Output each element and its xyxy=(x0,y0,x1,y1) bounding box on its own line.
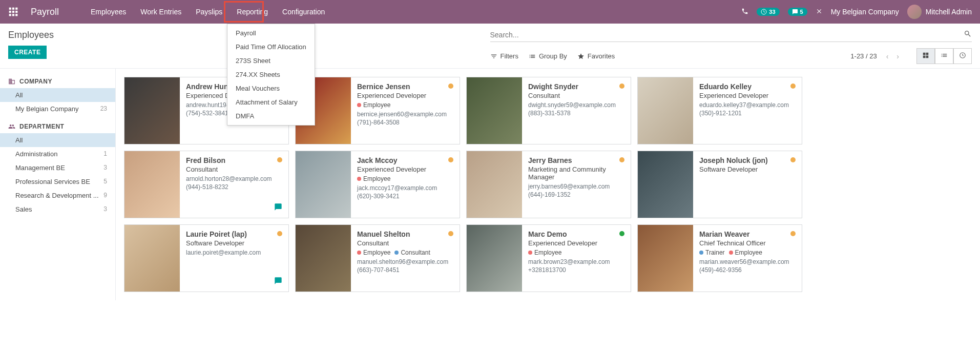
employee-phone: (663)-707-8451 xyxy=(357,266,453,274)
status-indicator[interactable] xyxy=(619,231,624,236)
employee-phone: (791)-864-3508 xyxy=(357,119,453,126)
user-menu[interactable]: Mitchell Admin xyxy=(907,5,972,19)
nav-payslips[interactable]: Payslips xyxy=(189,1,230,23)
nav-work-entries[interactable]: Work Entries xyxy=(133,1,189,23)
employee-card[interactable]: Marc DemoExperienced DeveloperEmployeema… xyxy=(466,224,631,292)
filters-button[interactable]: Filters xyxy=(490,52,518,60)
sidebar-department-management-be[interactable]: Management BE3 xyxy=(0,161,115,175)
nav-employees[interactable]: Employees xyxy=(84,1,133,23)
dropdown-meal-vouchers[interactable]: Meal Vouchers xyxy=(227,81,315,95)
pager-next[interactable]: › xyxy=(893,50,902,63)
sidebar-department-all[interactable]: All xyxy=(0,133,115,147)
dropdown-paid-time-off-allocation[interactable]: Paid Time Off Allocation xyxy=(227,40,315,54)
activity-view-button[interactable] xyxy=(953,48,972,64)
employee-email: mark.brown23@example.com xyxy=(528,258,624,265)
dropdown-dmfa[interactable]: DMFA xyxy=(227,109,315,123)
groupby-button[interactable]: Group By xyxy=(529,52,567,60)
dropdown-attachment-of-salary[interactable]: Attachment of Salary xyxy=(227,95,315,109)
employee-name: Fred Bilson xyxy=(186,156,282,164)
app-brand[interactable]: Payroll xyxy=(31,7,59,17)
messages-count: 5 xyxy=(800,9,803,15)
employee-title: Consultant xyxy=(186,165,282,173)
employee-card[interactable]: Fred BilsonConsultantarnold.horton28@exa… xyxy=(124,151,289,218)
svg-rect-0 xyxy=(9,8,11,10)
chat-icon[interactable] xyxy=(274,277,282,286)
pager-text: 1-23 / 23 xyxy=(850,52,877,60)
dropdown-273s-sheet[interactable]: 273S Sheet xyxy=(227,54,315,68)
navbar-right: 33 5 My Belgian Company Mitchell Admin xyxy=(741,5,972,19)
status-indicator[interactable] xyxy=(277,157,282,162)
svg-rect-1 xyxy=(12,8,14,10)
employee-title: Consultant xyxy=(528,92,624,99)
employee-tag: Employee xyxy=(357,249,390,256)
search-input[interactable] xyxy=(490,31,964,39)
status-indicator[interactable] xyxy=(790,231,796,236)
dropdown-274-xx-sheets[interactable]: 274.XX Sheets xyxy=(227,68,315,81)
employee-email: laurie.poiret@example.com xyxy=(186,249,282,256)
messages-badge[interactable]: 5 xyxy=(788,8,807,16)
employee-phone: (620)-309-3421 xyxy=(357,193,453,200)
employee-email: jack.mccoy17@example.com xyxy=(357,184,453,192)
sidebar-department-professional-services-be[interactable]: Professional Services BE5 xyxy=(0,175,115,189)
employee-email: arnold.horton28@example.com xyxy=(186,175,282,182)
employee-name: Manuel Shelton xyxy=(357,230,453,238)
dropdown-payroll[interactable]: Payroll xyxy=(227,26,315,40)
employee-title: Software Developer xyxy=(186,239,282,247)
employee-card[interactable]: Marian WeaverChief Technical OfficerTrai… xyxy=(637,224,802,292)
sidebar-department-administration[interactable]: Administration1 xyxy=(0,147,115,161)
employee-title: Experienced Developer xyxy=(528,239,624,247)
status-indicator[interactable] xyxy=(448,157,453,162)
svg-rect-4 xyxy=(12,11,14,13)
building-icon xyxy=(8,78,15,85)
apps-icon[interactable] xyxy=(8,7,18,17)
employee-photo xyxy=(124,77,180,144)
status-indicator[interactable] xyxy=(619,84,624,89)
employee-title: Experienced Developer xyxy=(357,165,453,173)
search-icon[interactable] xyxy=(964,30,972,39)
company-selector[interactable]: My Belgian Company xyxy=(831,8,899,16)
pager-prev[interactable]: ‹ xyxy=(883,50,892,63)
employee-card[interactable]: Jerry BarnesMarketing and Community Mana… xyxy=(466,151,631,218)
employee-card[interactable]: Dwight SnyderConsultantdwight.snyder59@e… xyxy=(466,77,631,144)
employee-photo xyxy=(124,151,180,218)
sidebar-department-sales[interactable]: Sales3 xyxy=(0,202,115,216)
employee-photo xyxy=(467,225,522,292)
star-icon xyxy=(577,53,585,60)
status-indicator[interactable] xyxy=(448,231,453,236)
status-indicator[interactable] xyxy=(448,84,453,89)
employee-name: Bernice Jensen xyxy=(357,82,453,91)
favorites-button[interactable]: Favorites xyxy=(577,52,615,60)
list-view-button[interactable] xyxy=(935,48,953,64)
nav-reporting[interactable]: Reporting xyxy=(230,1,275,23)
svg-rect-13 xyxy=(926,56,929,58)
kanban-view-button[interactable] xyxy=(916,48,935,64)
phone-icon[interactable] xyxy=(741,8,748,16)
status-indicator[interactable] xyxy=(619,157,624,162)
svg-rect-8 xyxy=(15,14,17,16)
sidebar-company-all[interactable]: All xyxy=(0,88,115,102)
chat-icon[interactable] xyxy=(274,203,282,213)
status-indicator[interactable] xyxy=(790,157,796,162)
employee-card[interactable]: Joseph Noluck (jon)Software Developer xyxy=(637,151,802,218)
employee-name: Dwight Snyder xyxy=(528,82,624,91)
create-button[interactable]: CREATE xyxy=(8,46,47,59)
employee-phone: (944)-518-8232 xyxy=(186,183,282,191)
employee-card[interactable]: Laurie Poiret (lap)Software Developerlau… xyxy=(124,224,289,292)
status-indicator[interactable] xyxy=(277,231,282,236)
employee-card[interactable]: Jack MccoyExperienced DeveloperEmployeej… xyxy=(295,151,460,218)
activity-badge[interactable]: 33 xyxy=(757,8,779,16)
status-indicator[interactable] xyxy=(790,84,796,89)
employee-card[interactable]: Manuel SheltonConsultantEmployeeConsulta… xyxy=(295,224,460,292)
svg-rect-10 xyxy=(923,53,926,55)
sidebar-company-my-belgian-company[interactable]: My Belgian Company23 xyxy=(0,102,115,116)
groupby-label: Group By xyxy=(539,52,567,60)
employee-name: Jack Mccoy xyxy=(357,156,453,164)
nav-configuration[interactable]: Configuration xyxy=(275,1,332,23)
employee-photo xyxy=(638,77,693,144)
employee-card[interactable]: Eduardo KelleyExperienced Developereduar… xyxy=(637,77,802,144)
close-icon[interactable] xyxy=(816,8,823,16)
employee-title: Experienced Developer xyxy=(357,92,453,99)
svg-rect-5 xyxy=(15,11,17,13)
sidebar-department-research-development-[interactable]: Research & Development ...9 xyxy=(0,189,115,202)
employee-card[interactable]: Bernice JensenExperienced DeveloperEmplo… xyxy=(295,77,460,144)
